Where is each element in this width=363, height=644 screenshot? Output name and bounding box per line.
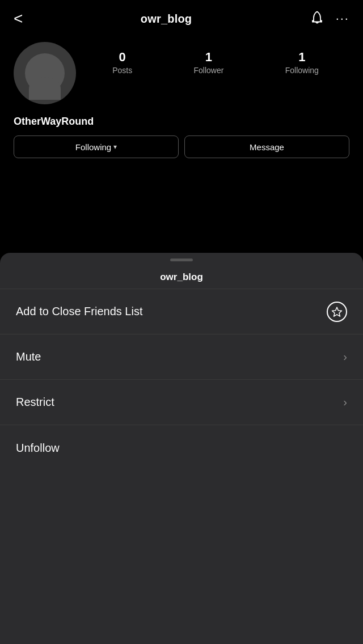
action-buttons: Following ▾ Message (0, 135, 363, 167)
stats-row: 0 Posts 1 Follower 1 Following (82, 42, 349, 75)
following-count: 1 (298, 50, 305, 65)
mute-label: Mute (16, 350, 41, 363)
stat-posts: 0 Posts (112, 50, 132, 75)
stat-followers: 1 Follower (193, 50, 223, 75)
sheet-title: owr_blog (0, 261, 363, 289)
bottom-sheet: owr_blog Add to Close Friends List Mute … (0, 253, 363, 644)
avatar (14, 42, 76, 104)
stat-following: 1 Following (285, 50, 319, 75)
unfollow-label: Unfollow (16, 442, 60, 455)
following-label: Following (285, 66, 319, 75)
posts-count: 0 (119, 50, 126, 65)
star-icon (327, 302, 347, 322)
followers-count: 1 (205, 50, 212, 65)
svg-marker-0 (332, 307, 342, 316)
restrict-chevron-wrap: › (343, 396, 347, 409)
followers-label: Follower (193, 66, 223, 75)
chevron-right-icon: › (343, 396, 347, 409)
following-button[interactable]: Following ▾ (14, 135, 179, 158)
nav-icons: ··· (310, 10, 349, 27)
posts-label: Posts (112, 66, 132, 75)
mute-chevron-wrap: › (343, 350, 347, 363)
chevron-right-icon: › (343, 350, 347, 363)
close-friends-label: Add to Close Friends List (16, 305, 142, 318)
back-button[interactable]: < (14, 11, 23, 27)
bell-icon[interactable] (310, 10, 324, 27)
more-options-icon[interactable]: ··· (336, 12, 349, 25)
sheet-item-close-friends[interactable]: Add to Close Friends List (0, 289, 363, 334)
avatar-placeholder (25, 53, 65, 93)
chevron-down-icon: ▾ (113, 143, 117, 151)
username-row: OtherWayRound (0, 111, 363, 135)
close-friends-icon-wrap (327, 302, 347, 322)
restrict-label: Restrict (16, 396, 54, 409)
message-button[interactable]: Message (184, 135, 349, 158)
top-nav: < owr_blog ··· (0, 0, 363, 33)
sheet-item-restrict[interactable]: Restrict › (0, 380, 363, 425)
profile-section: 0 Posts 1 Follower 1 Following (0, 33, 363, 111)
display-name: OtherWayRound (14, 116, 94, 127)
sheet-item-mute[interactable]: Mute › (0, 334, 363, 380)
page-title: owr_blog (141, 12, 192, 26)
sheet-item-unfollow[interactable]: Unfollow (0, 425, 363, 471)
